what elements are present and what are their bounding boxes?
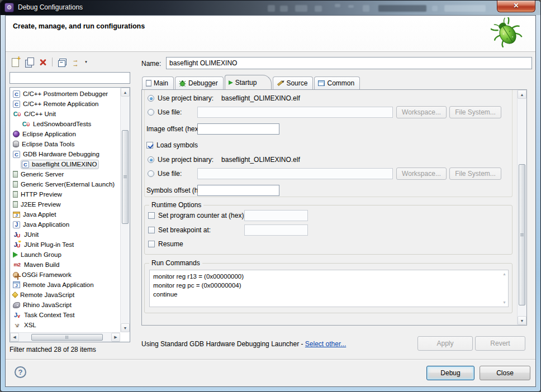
use-project-binary-label: Use project binary: <box>158 156 213 164</box>
tree-item[interactable]: Launch Group <box>10 250 120 260</box>
resume-checkbox[interactable] <box>148 241 155 247</box>
tree-item[interactable]: Eclipse Application <box>10 129 120 139</box>
use-project-binary-symbols-radio[interactable] <box>148 156 154 163</box>
content-vertical-scrollbar[interactable]: ▲ ▼ <box>517 90 526 325</box>
symbols-file-input[interactable] <box>197 168 393 179</box>
symbols-offset-input[interactable] <box>197 185 279 196</box>
file-system-button[interactable]: File System... <box>449 106 501 118</box>
tab-source[interactable]: Source <box>273 77 313 89</box>
textarea-scroll-down-icon[interactable]: ▼ <box>502 300 506 304</box>
delete-configuration-icon[interactable] <box>37 56 49 68</box>
scroll-up-button[interactable]: ▲ <box>518 90 526 99</box>
tree-item-label: Java Applet <box>23 211 56 218</box>
tree-item[interactable]: C/C++ Postmortem Debugger <box>10 89 120 99</box>
filter-launch-configurations-icon[interactable]: →→ <box>69 56 82 68</box>
scroll-left-button[interactable]: ◀ <box>10 333 19 342</box>
apply-button[interactable]: Apply <box>417 336 473 351</box>
load-symbols-checkbox[interactable] <box>146 142 153 149</box>
workspace-button[interactable]: Workspace... <box>396 106 447 118</box>
revert-button[interactable]: Revert <box>475 336 525 351</box>
name-label: Name: <box>141 60 161 68</box>
tree-item[interactable]: Remote JavaScript <box>10 290 120 300</box>
workspace-button[interactable]: Workspace... <box>396 168 447 180</box>
tree-item[interactable]: JUnit Plug-in Test <box>10 240 120 250</box>
tree-item[interactable]: C/C++ Unit <box>10 109 120 119</box>
collapse-all-icon[interactable] <box>55 56 68 68</box>
tree-item-label: Eclipse Application <box>22 131 76 137</box>
tree-item[interactable]: Generic Server(External Launch) <box>10 179 120 189</box>
scroll-right-button[interactable]: ▶ <box>111 333 120 342</box>
osgi-icon <box>13 272 19 278</box>
load-symbols-label: Load symbols <box>156 141 198 149</box>
tree-item[interactable]: Eclipse Data Tools <box>10 139 120 149</box>
tree-item[interactable]: Java Application <box>10 219 120 230</box>
select-other-link[interactable]: Select other... <box>305 340 346 348</box>
tree-item[interactable]: LedSnowboardTests <box>10 119 120 129</box>
tab-debugger[interactable]: Debugger <box>175 77 224 89</box>
tree-item[interactable]: baseflight OLIMEXINO <box>10 159 120 169</box>
tree-item[interactable]: C/C++ Remote Application <box>10 99 120 109</box>
close-button[interactable]: Close <box>480 366 530 380</box>
tree-item-label: XSL <box>24 322 36 328</box>
ghost-toolbar-shape <box>268 5 275 12</box>
tree-item[interactable]: Java Applet <box>10 209 120 219</box>
run-commands-textarea[interactable]: monitor reg r13 = (0x00000000) monitor r… <box>149 270 509 307</box>
tree-horizontal-scrollbar[interactable]: ◀ ▶ <box>10 332 120 342</box>
program-counter-input[interactable] <box>244 210 308 221</box>
task-icon <box>13 311 21 319</box>
tree-item[interactable]: Rhino JavaScript <box>10 300 120 310</box>
duplicate-configuration-icon[interactable] <box>23 56 35 68</box>
dialog-footer: ? Debug Close <box>6 359 535 386</box>
scroll-down-button[interactable]: ▼ <box>518 316 526 325</box>
tab-common[interactable]: Common <box>314 77 360 89</box>
tree-item[interactable]: OSGi Framework <box>10 270 120 280</box>
run-commands-title: Run Commands <box>149 259 202 267</box>
cunit-icon <box>13 110 21 118</box>
file-system-button[interactable]: File System... <box>449 168 501 180</box>
filter-menu-chevron-icon[interactable]: ▼ <box>83 60 89 64</box>
set-breakpoint-checkbox[interactable] <box>148 227 155 233</box>
image-file-input[interactable] <box>197 107 393 118</box>
set-program-counter-checkbox[interactable] <box>148 212 155 219</box>
use-file-radio[interactable] <box>148 109 154 116</box>
close-window-button[interactable]: ✕ <box>497 1 535 12</box>
tree-item-label: baseflight OLIMEXINO <box>32 161 97 168</box>
tree-item-label: Rhino JavaScript <box>23 302 72 308</box>
tree-item[interactable]: Task Context Test <box>10 310 120 320</box>
tree-item[interactable]: HTTP Preview <box>10 189 120 199</box>
image-offset-input[interactable] <box>197 123 279 135</box>
tree-vertical-scrollbar[interactable]: ▲ ▼ <box>120 88 130 332</box>
breakpoint-input[interactable] <box>244 224 308 236</box>
use-file-symbols-radio[interactable] <box>148 170 154 177</box>
server-icon <box>13 171 18 178</box>
tree-vscroll-thumb[interactable] <box>122 130 129 224</box>
cpp-icon <box>13 90 20 98</box>
content-vscroll-thumb[interactable] <box>519 164 525 305</box>
filter-text-input[interactable] <box>10 72 130 84</box>
debug-button[interactable]: Debug <box>426 366 474 380</box>
tree-item[interactable]: Maven Build <box>10 260 120 270</box>
scroll-up-button[interactable]: ▲ <box>121 88 130 97</box>
textarea-scroll-up-icon[interactable]: ▲ <box>502 272 506 276</box>
tab-main[interactable]: Main <box>142 77 174 89</box>
configuration-name-input[interactable] <box>166 57 532 69</box>
tree-item-body: JUnit <box>12 230 41 240</box>
tab-startup[interactable]: Startup <box>225 75 272 89</box>
tree-item-label: LedSnowboardTests <box>33 121 91 127</box>
tree-item[interactable]: J2EE Preview <box>10 199 120 209</box>
new-configuration-icon[interactable] <box>9 56 21 68</box>
junit-icon <box>13 231 21 238</box>
use-project-binary-radio[interactable] <box>148 95 154 102</box>
tree-item[interactable]: GDB Hardware Debugging <box>10 149 120 159</box>
ghost-toolbar-shape <box>335 4 340 7</box>
scroll-down-button[interactable]: ▼ <box>121 323 130 332</box>
tree-item[interactable]: Remote Java Application <box>10 280 120 290</box>
tree-item[interactable]: Generic Server <box>10 169 120 179</box>
help-button[interactable]: ? <box>15 366 26 378</box>
pencil-icon <box>277 80 283 86</box>
tree-hscroll-thumb[interactable] <box>31 334 103 341</box>
play-icon <box>229 80 233 85</box>
tree-item-body: Maven Build <box>12 260 61 270</box>
tree-item[interactable]: JUnit <box>10 230 120 240</box>
tree-item[interactable]: XSL <box>10 320 120 330</box>
